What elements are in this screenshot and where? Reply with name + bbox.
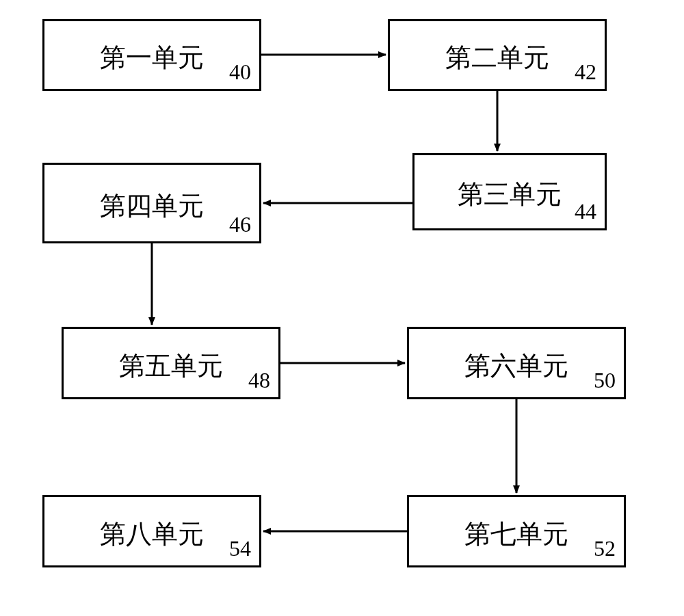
box-label: 第三单元: [458, 177, 562, 212]
box-unit-7: 第七单元 52: [407, 495, 626, 567]
box-unit-3: 第三单元 44: [412, 153, 607, 230]
box-label: 第八单元: [100, 517, 204, 552]
box-number: 44: [575, 199, 596, 224]
box-unit-8: 第八单元 54: [42, 495, 261, 567]
box-unit-5: 第五单元 48: [62, 327, 280, 399]
box-number: 50: [594, 368, 616, 393]
box-number: 52: [594, 536, 616, 561]
box-label: 第一单元: [100, 40, 204, 75]
block-diagram: 第一单元 40 第二单元 42 第四单元 46 第三单元 44 第五单元 48 …: [0, 0, 684, 616]
box-number: 40: [229, 59, 251, 85]
box-unit-6: 第六单元 50: [407, 327, 626, 399]
box-number: 42: [575, 59, 596, 85]
box-label: 第二单元: [445, 40, 549, 75]
box-number: 54: [229, 536, 251, 561]
box-label: 第六单元: [464, 349, 568, 384]
box-label: 第四单元: [100, 189, 204, 224]
box-label: 第五单元: [119, 349, 223, 384]
box-unit-1: 第一单元 40: [42, 19, 261, 91]
box-unit-2: 第二单元 42: [388, 19, 607, 91]
box-number: 46: [229, 212, 251, 237]
box-unit-4: 第四单元 46: [42, 163, 261, 243]
box-number: 48: [248, 368, 270, 393]
box-label: 第七单元: [464, 517, 568, 552]
